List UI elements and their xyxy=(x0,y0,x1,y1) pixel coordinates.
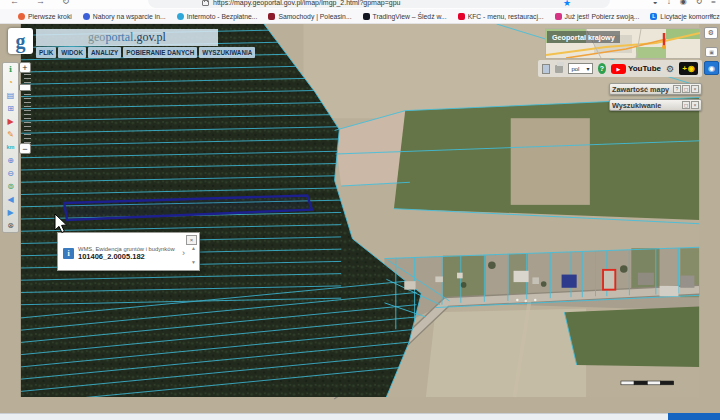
chevron-down-icon: ▾ xyxy=(587,65,590,72)
favicon xyxy=(18,13,25,20)
bookmark-item[interactable]: Pierwsze kroki xyxy=(18,13,72,20)
layers-icon[interactable]: ▤ xyxy=(4,89,17,102)
bookmarks-overflow-chevron[interactable]: » xyxy=(710,11,714,20)
panel-close-icon[interactable]: × xyxy=(691,101,699,109)
menu-plik[interactable]: PLIK xyxy=(36,47,56,58)
clear-icon[interactable]: ⊗ xyxy=(4,219,17,232)
full-extent-icon[interactable]: ⊚ xyxy=(4,180,17,193)
zoom-slider-handle[interactable] xyxy=(19,84,31,91)
parcel-green-inclusion xyxy=(511,118,590,205)
url-field[interactable]: https://mapy.geoportal.gov.pl/imap/Imgp_… xyxy=(148,0,610,8)
favicon xyxy=(268,13,275,20)
downloads-icon[interactable]: ↓ xyxy=(667,0,671,6)
address-bar: ← → ↻ https://mapy.geoportal.gov.pl/imap… xyxy=(0,0,720,9)
panel-restore-icon[interactable]: ◻ xyxy=(682,101,690,109)
scale-bar xyxy=(621,381,674,385)
geoportal-menu: PLIK WIDOK ANALIZY POBIERANIE DANYCH WYS… xyxy=(36,47,226,58)
left-toolbar: ℹ ◔ ▤ ⊞ ▶ ✎ km ⊕ ⊖ ⊚ ◀ ▶ ⊗ xyxy=(2,62,19,233)
sync-icon[interactable]: ↻ xyxy=(696,0,703,6)
identify-popup: × i WMS, Ewidencja gruntów i budynków 10… xyxy=(57,232,200,271)
bookmark-item[interactable]: Samochody | Poleasin... xyxy=(268,13,351,20)
info-icon[interactable]: ℹ xyxy=(4,63,17,76)
panel-zawartosc-mapy[interactable]: Zawartość mapy ? ◻ × xyxy=(609,83,702,95)
menu-widok[interactable]: WIDOK xyxy=(58,47,86,58)
lock-icon xyxy=(202,0,209,6)
zoom-out-icon[interactable]: ⊖ xyxy=(4,167,17,180)
menu-pobieranie-danych[interactable]: POBIERANIE DANYCH xyxy=(123,47,197,58)
help-button[interactable]: ? xyxy=(598,63,606,74)
favicon xyxy=(83,13,90,20)
bookmark-item[interactable]: KFC - menu, restauracj... xyxy=(458,13,544,20)
back-icon[interactable]: ← xyxy=(10,0,19,6)
panel-close-icon[interactable]: × xyxy=(691,85,699,93)
favicon xyxy=(458,13,465,20)
measure-icon[interactable]: km xyxy=(4,141,17,154)
high-contrast-button[interactable]: + ◉ xyxy=(679,62,698,75)
status-bar xyxy=(0,413,720,420)
popup-scroll-up-icon[interactable]: ▲ xyxy=(191,245,196,251)
draw-icon[interactable]: ✎ xyxy=(4,128,17,141)
youtube-link[interactable]: ▶ YouTube xyxy=(611,64,661,74)
parcel-green-bottom[interactable] xyxy=(564,307,699,367)
highlighted-building-red[interactable] xyxy=(603,270,615,290)
add-map-icon[interactable]: ⊞ xyxy=(4,102,17,115)
bookmark-item[interactable]: Już jest! Pobierz swoją... xyxy=(555,13,640,20)
popup-scroll-down-icon[interactable]: ▼ xyxy=(191,259,196,265)
youtube-play-icon: ▶ xyxy=(611,64,626,74)
building-navy[interactable] xyxy=(562,275,577,288)
favicon xyxy=(363,13,370,20)
url-text: https://mapy.geoportal.gov.pl/imap/Imgp_… xyxy=(213,0,401,8)
field-bottom-light xyxy=(426,308,586,397)
account-icon[interactable]: ◉ xyxy=(680,0,687,6)
favicon xyxy=(177,13,184,20)
frame-icon[interactable] xyxy=(542,64,550,74)
printer-icon[interactable] xyxy=(555,65,563,73)
zoom-in-icon[interactable]: ⊕ xyxy=(4,154,17,167)
reload-icon[interactable]: ↻ xyxy=(62,0,70,6)
overview-collapse-button[interactable]: ⚙ xyxy=(704,27,718,39)
next-view-icon[interactable]: ▶ xyxy=(4,206,17,219)
forward-icon[interactable]: → xyxy=(36,0,45,6)
panel-help-icon[interactable]: ? xyxy=(673,85,681,93)
overview-map-title: Geoportal krajowy xyxy=(547,31,620,43)
geoportal-brand: geoportal.gov.pl xyxy=(36,29,218,46)
menu-wyszukiwania[interactable]: WYSZUKIWANIA xyxy=(199,47,255,58)
geoportal-logo[interactable]: g xyxy=(8,28,33,54)
locate-icon[interactable]: ◔ xyxy=(4,76,17,89)
gear-icon[interactable]: ⚙ xyxy=(666,64,674,74)
wms-info-icon: i xyxy=(63,248,74,259)
menu-icon[interactable]: ≡ xyxy=(711,0,716,6)
overview-map[interactable]: Geoportal krajowy xyxy=(545,28,701,59)
export-icon[interactable]: ▶ xyxy=(4,115,17,128)
favicon xyxy=(555,13,562,20)
bookmark-item[interactable]: TradingView – Śledź w... xyxy=(363,13,447,20)
popup-parcel-id: 101406_2.0005.182 xyxy=(78,252,175,261)
panel-wyszukiwanie[interactable]: Wyszukiwanie ◻ × xyxy=(609,99,702,111)
bookmark-star-icon[interactable]: ★ xyxy=(563,0,571,8)
zoom-minus-button[interactable]: − xyxy=(19,143,31,154)
quick-settings-bar: pol ▾ ? ▶ YouTube ⚙ + ◉ xyxy=(538,60,702,77)
zoom-plus-button[interactable]: + xyxy=(19,62,31,73)
camera-button[interactable]: ▣ xyxy=(705,47,718,57)
extensions-icon[interactable]: ◒ xyxy=(653,0,658,6)
previous-view-icon[interactable]: ◀ xyxy=(4,193,17,206)
menu-analizy[interactable]: ANALIZY xyxy=(88,47,121,58)
popup-close-button[interactable]: × xyxy=(186,235,197,245)
screen: ← → ↻ https://mapy.geoportal.gov.pl/imap… xyxy=(0,0,720,420)
language-select[interactable]: pol ▾ xyxy=(568,63,592,74)
popup-next-chevron[interactable]: › xyxy=(182,248,185,258)
eye-visibility-button[interactable]: ◉ xyxy=(704,61,719,75)
map-viewport: g geoportal.gov.pl PLIK WIDOK ANALIZY PO… xyxy=(0,24,720,420)
status-bar-accent xyxy=(668,413,720,420)
bookmarks-bar: Pierwsze kroki Nabory na wsparcie in... … xyxy=(0,9,720,24)
panel-restore-icon[interactable]: ◻ xyxy=(682,85,690,93)
favicon: L xyxy=(650,13,657,20)
bookmark-item[interactable]: Nabory na wsparcie in... xyxy=(83,13,166,20)
bookmark-item[interactable]: Intermoto - Bezpłatne... xyxy=(177,13,258,20)
